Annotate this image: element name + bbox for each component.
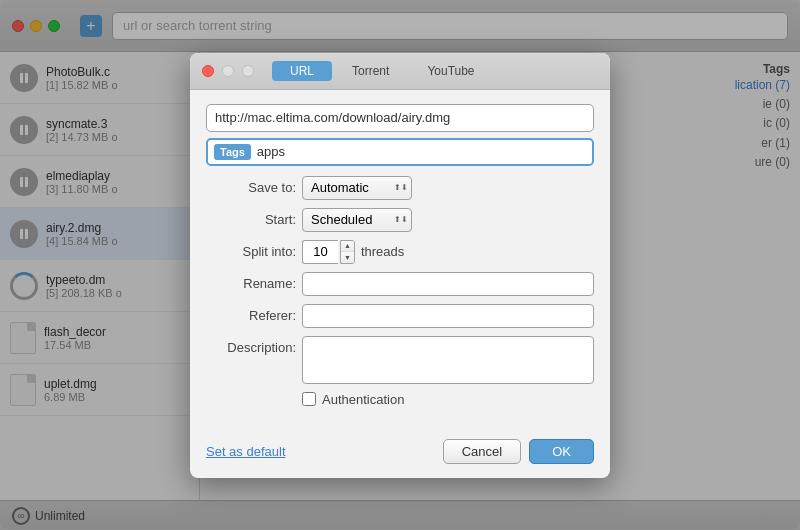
dialog-close-button[interactable] — [202, 65, 214, 77]
description-row: Description: — [206, 336, 594, 384]
auth-checkbox[interactable] — [302, 392, 316, 406]
save-to-row: Save to: Automatic — [206, 176, 594, 200]
stepper-down[interactable]: ▼ — [341, 252, 354, 263]
overlay: URL Torrent YouTube Tags apps Save to: A… — [0, 0, 800, 530]
dialog-footer: Set as default Cancel OK — [190, 431, 610, 478]
dialog-titlebar: URL Torrent YouTube — [190, 53, 610, 90]
split-row: Split into: ▲ ▼ threads — [206, 240, 594, 264]
set-default-link[interactable]: Set as default — [206, 444, 286, 459]
ok-button[interactable]: OK — [529, 439, 594, 464]
dialog-maximize-button[interactable] — [242, 65, 254, 77]
save-to-label: Save to: — [206, 180, 296, 195]
auth-row: Authentication — [206, 392, 594, 407]
save-to-select[interactable]: Automatic — [302, 176, 412, 200]
rename-label: Rename: — [206, 276, 296, 291]
tab-bar: URL Torrent YouTube — [272, 61, 493, 81]
tags-badge: Tags — [214, 144, 251, 160]
tags-input-value[interactable]: apps — [257, 144, 285, 159]
start-select-wrapper: Scheduled — [302, 208, 412, 232]
dialog-minimize-button[interactable] — [222, 65, 234, 77]
tags-input-row: Tags apps — [206, 138, 594, 166]
stepper-buttons: ▲ ▼ — [340, 240, 355, 264]
referer-row: Referer: — [206, 304, 594, 328]
referer-input[interactable] — [302, 304, 594, 328]
cancel-button[interactable]: Cancel — [443, 439, 521, 464]
tab-youtube[interactable]: YouTube — [409, 61, 492, 81]
save-to-select-wrapper: Automatic — [302, 176, 412, 200]
stepper-up[interactable]: ▲ — [341, 241, 354, 253]
threads-label: threads — [361, 244, 404, 259]
referer-label: Referer: — [206, 308, 296, 323]
tab-torrent[interactable]: Torrent — [334, 61, 407, 81]
auth-label: Authentication — [322, 392, 404, 407]
dialog-content: Tags apps Save to: Automatic Start: Sche… — [190, 90, 610, 431]
start-row: Start: Scheduled — [206, 208, 594, 232]
split-label: Split into: — [206, 244, 296, 259]
start-select[interactable]: Scheduled — [302, 208, 412, 232]
split-stepper: ▲ ▼ — [302, 240, 355, 264]
tab-url[interactable]: URL — [272, 61, 332, 81]
threads-input[interactable] — [302, 240, 338, 264]
footer-buttons: Cancel OK — [443, 439, 594, 464]
description-label: Description: — [206, 340, 296, 355]
rename-row: Rename: — [206, 272, 594, 296]
dialog: URL Torrent YouTube Tags apps Save to: A… — [190, 53, 610, 478]
description-input[interactable] — [302, 336, 594, 384]
start-label: Start: — [206, 212, 296, 227]
url-input[interactable] — [206, 104, 594, 132]
rename-input[interactable] — [302, 272, 594, 296]
